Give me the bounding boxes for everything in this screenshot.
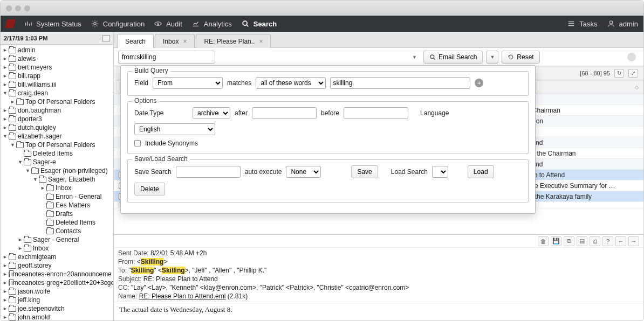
delete-button[interactable]: Delete <box>134 183 165 196</box>
tree-node[interactable]: ►dutch.quigley <box>1 123 113 132</box>
tree-node[interactable]: ►Top Of Personal Folders <box>1 97 113 106</box>
save-icon[interactable]: 💾 <box>551 236 561 246</box>
tree-node[interactable]: ▼Top Of Personal Folders <box>1 141 113 149</box>
tree-node[interactable]: ▼Esager (non-privileged) <box>1 166 113 175</box>
nav-tasks[interactable]: Tasks <box>567 20 597 28</box>
pdf-icon[interactable]: ▤ <box>577 236 587 246</box>
tree-caret-icon[interactable]: ► <box>3 116 7 122</box>
pager-expand-icon[interactable]: ⤢ <box>628 69 638 78</box>
tree-node[interactable]: ►don.baughman <box>1 106 113 115</box>
pager-refresh-icon[interactable]: ↻ <box>614 69 624 78</box>
tree-caret-icon[interactable]: ► <box>3 306 7 311</box>
tree-node[interactable]: ►john.arnold <box>1 313 113 320</box>
nav-system-status[interactable]: System Status <box>24 20 81 28</box>
load-search-select[interactable] <box>432 166 448 178</box>
tree-node[interactable]: ►imceanotes-enron+20announceme <box>1 270 113 278</box>
tab[interactable]: Inbox× <box>155 34 195 48</box>
search-options-button[interactable]: ▼ <box>486 51 498 64</box>
tree-caret-icon[interactable]: ► <box>3 65 7 70</box>
tree-caret-icon[interactable]: ► <box>3 47 7 53</box>
email-search-button[interactable]: Email Search <box>423 51 483 64</box>
tree-caret-icon[interactable]: ▼ <box>3 134 7 139</box>
add-criterion-icon[interactable]: + <box>475 79 483 87</box>
tree-caret-icon[interactable]: ► <box>3 297 7 303</box>
nav-audit[interactable]: Audit <box>154 20 182 28</box>
tree-node[interactable]: Deleted Items <box>1 149 113 158</box>
language-select[interactable]: English <box>134 123 215 135</box>
tree-node[interactable]: ►geoff.storey <box>1 261 113 270</box>
tree-caret-icon[interactable]: ► <box>40 185 45 191</box>
tree-node[interactable]: ►dporter3 <box>1 115 113 123</box>
tree-caret-icon[interactable]: ▼ <box>3 90 7 96</box>
tree-caret-icon[interactable]: ► <box>3 82 7 87</box>
matches-select[interactable]: all of these words <box>256 77 326 89</box>
traffic-light-max[interactable] <box>24 5 30 11</box>
tree-caret-icon[interactable]: ▼ <box>33 177 37 182</box>
tree-caret-icon[interactable]: ► <box>3 271 7 277</box>
tree-node[interactable]: ▼craig.dean <box>1 89 113 97</box>
tree-caret-icon[interactable]: ► <box>3 263 7 268</box>
nav-admin[interactable]: admin <box>607 20 638 28</box>
tree-node[interactable]: ►bert.meyers <box>1 63 113 72</box>
before-input[interactable] <box>344 107 408 119</box>
tree-node[interactable]: Ees Matters <box>1 201 113 210</box>
tree-node[interactable]: Contacts <box>1 227 113 235</box>
sidebar-collapse-icon[interactable] <box>102 35 110 41</box>
tree-node[interactable]: ▼Sager-e <box>1 158 113 166</box>
tree-node[interactable]: Drafts <box>1 210 113 218</box>
tree-caret-icon[interactable]: ► <box>3 125 7 130</box>
tree-node[interactable]: ►exchmigteam <box>1 253 113 261</box>
tree-caret-icon[interactable]: ► <box>3 254 7 260</box>
traffic-light-min[interactable] <box>15 5 21 11</box>
load-button[interactable]: Load <box>468 165 494 178</box>
tree-node[interactable]: ►admin <box>1 46 113 54</box>
tree-node[interactable]: ►imceanotes-greg+20elliott+20+3cge <box>1 278 113 287</box>
reset-button[interactable]: Reset <box>502 51 539 64</box>
tree-caret-icon[interactable]: ► <box>3 289 7 294</box>
trash-icon[interactable]: 🗑 <box>538 236 549 246</box>
tree-node[interactable]: ►Sager - General <box>1 235 113 244</box>
after-input[interactable] <box>252 107 317 119</box>
term-input[interactable] <box>330 77 470 89</box>
tree-caret-icon[interactable]: ► <box>3 73 7 79</box>
tree-node[interactable]: ►jason.wolfe <box>1 287 113 296</box>
nav-analytics[interactable]: Analytics <box>192 20 232 28</box>
dropdown-caret-icon[interactable]: ▼ <box>412 54 417 60</box>
folder-tree[interactable]: ►admin►alewis►bert.meyers►bill.rapp►bill… <box>1 45 113 320</box>
save-button[interactable]: Save <box>351 165 378 178</box>
nav-configuration[interactable]: Configuration <box>91 20 145 28</box>
prev-icon[interactable]: ← <box>615 236 626 246</box>
tree-node[interactable]: ►jeff.king <box>1 296 113 304</box>
tree-node[interactable]: ▼elizabeth.sager <box>1 132 113 141</box>
tree-caret-icon[interactable]: ► <box>18 246 22 251</box>
tree-caret-icon[interactable]: ▼ <box>18 159 22 165</box>
tree-caret-icon[interactable]: ▼ <box>10 142 15 148</box>
tree-node[interactable]: ►bill.rapp <box>1 72 113 80</box>
tree-caret-icon[interactable]: ► <box>3 315 7 320</box>
tree-node[interactable]: ►bill.williams.iii <box>1 80 113 89</box>
next-icon[interactable]: → <box>628 236 639 246</box>
traffic-light-close[interactable] <box>6 5 12 11</box>
tree-caret-icon[interactable]: ► <box>3 280 7 285</box>
auto-execute-select[interactable]: None <box>286 166 321 178</box>
tab-close-icon[interactable]: × <box>259 38 263 45</box>
tree-node[interactable]: ▼Sager, Elizabeth <box>1 175 113 184</box>
save-search-input[interactable] <box>176 166 241 178</box>
help-icon[interactable]: ? <box>602 236 613 246</box>
tree-caret-icon[interactable]: ► <box>10 99 15 104</box>
tree-caret-icon[interactable]: ► <box>3 108 7 113</box>
field-select[interactable]: From <box>153 77 223 89</box>
tab[interactable]: RE: Please Plan..× <box>196 34 271 48</box>
tree-node[interactable]: ►Inbox <box>1 244 113 253</box>
copy-icon[interactable]: ⧉ <box>564 236 574 246</box>
print-icon[interactable]: ⎙ <box>590 236 600 246</box>
tree-node[interactable]: Deleted Items <box>1 218 113 227</box>
tree-node[interactable]: ►Inbox <box>1 184 113 192</box>
search-input[interactable] <box>118 51 215 64</box>
date-type-select[interactable]: archived <box>193 107 230 119</box>
include-synonyms-checkbox[interactable] <box>134 140 141 146</box>
tree-node[interactable]: ►joe.stepenovitch <box>1 304 113 313</box>
tree-node[interactable]: Enron - General <box>1 192 113 201</box>
nav-search[interactable]: Search <box>242 20 277 28</box>
tree-node[interactable]: ►alewis <box>1 54 113 63</box>
